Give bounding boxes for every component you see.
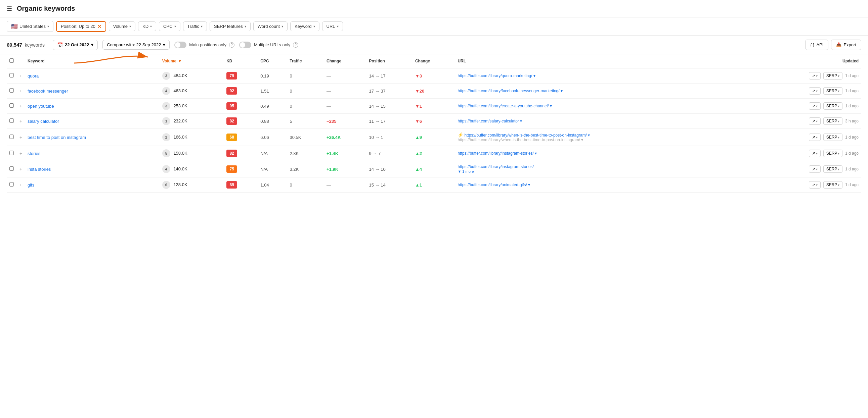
url-filter[interactable]: URL ▾ xyxy=(322,22,343,31)
updated-header[interactable]: Updated xyxy=(745,54,861,68)
traffic-cell: 2.8K xyxy=(287,146,324,161)
keyword-link[interactable]: best time to post on instagram xyxy=(28,135,86,140)
url-header[interactable]: URL xyxy=(455,54,745,68)
url-link[interactable]: https://buffer.com/library/animated-gifs… xyxy=(458,182,530,187)
serp-button[interactable]: SERP ▾ xyxy=(823,102,843,110)
wordcount-filter[interactable]: Word count ▾ xyxy=(253,22,287,31)
url-link[interactable]: https://buffer.com/library/instagram-sto… xyxy=(458,151,537,156)
serp-button[interactable]: SERP ▾ xyxy=(823,181,843,188)
keyword-link[interactable]: open youtube xyxy=(28,104,54,109)
volume-cell: 4 463.0K xyxy=(160,83,224,99)
cpc-cell: N/A xyxy=(258,161,287,177)
serp-button[interactable]: SERP ▾ xyxy=(823,150,843,157)
row-checkbox[interactable] xyxy=(9,151,14,155)
row-checkbox-cell[interactable] xyxy=(7,177,17,193)
row-expand[interactable]: + xyxy=(17,114,25,129)
close-icon[interactable]: ✕ xyxy=(97,24,101,29)
cpc-filter[interactable]: CPC ▾ xyxy=(159,22,180,31)
url-cell: https://buffer.com/library/quora-marketi… xyxy=(455,68,745,83)
change-header[interactable]: Change xyxy=(324,54,366,68)
keyword-link[interactable]: insta stories xyxy=(28,167,51,172)
trend-button[interactable]: ↗ ▾ xyxy=(809,117,820,125)
row-checkbox[interactable] xyxy=(9,103,14,108)
multiple-urls-help-icon[interactable]: ? xyxy=(293,42,298,48)
keyword-link[interactable]: quora xyxy=(28,73,39,78)
cpc-header[interactable]: CPC xyxy=(258,54,287,68)
multiple-urls-toggle[interactable] xyxy=(239,42,251,48)
row-expand[interactable]: + xyxy=(17,68,25,83)
compare-button[interactable]: Compare with: 22 Sep 2022 ▾ xyxy=(102,40,169,50)
volume-cell: 2 166.0K xyxy=(160,129,224,146)
traffic-filter[interactable]: Traffic ▾ xyxy=(183,22,207,31)
serp-button[interactable]: SERP ▾ xyxy=(823,72,843,79)
trend-button[interactable]: ↗ ▾ xyxy=(809,102,820,110)
url-link[interactable]: https://buffer.com/salary-calculator ▾ xyxy=(458,119,522,124)
kd-cell: 89 xyxy=(224,177,258,193)
serp-button[interactable]: SERP ▾ xyxy=(823,134,843,141)
trend-icon: ↗ xyxy=(812,73,815,78)
country-filter[interactable]: 🇺🇸 United States ▾ xyxy=(7,21,54,32)
serp-button[interactable]: SERP ▾ xyxy=(823,87,843,95)
volume-header[interactable]: Volume ▾ xyxy=(160,54,224,68)
row-checkbox-cell[interactable] xyxy=(7,68,17,83)
date-picker[interactable]: 📅 22 Oct 2022 ▾ xyxy=(53,40,98,50)
keyword-link[interactable]: stories xyxy=(28,151,40,156)
row-checkbox-cell[interactable] xyxy=(7,83,17,99)
url-link[interactable]: https://buffer.com/library/create-a-yout… xyxy=(458,104,552,108)
serp-filter[interactable]: SERP features ▾ xyxy=(210,22,251,31)
traffic-header[interactable]: Traffic xyxy=(287,54,324,68)
trend-button[interactable]: ↗ ▾ xyxy=(809,181,820,188)
trend-button[interactable]: ↗ ▾ xyxy=(809,165,820,173)
row-expand[interactable]: + xyxy=(17,129,25,146)
select-all-checkbox[interactable] xyxy=(9,58,14,63)
url-link-2[interactable]: https://buffer.com/library/when-is-the-b… xyxy=(458,138,583,142)
row-expand[interactable]: + xyxy=(17,161,25,177)
keyword-filter[interactable]: Keyword ▾ xyxy=(290,22,319,31)
row-checkbox-cell[interactable] xyxy=(7,129,17,146)
keyword-link[interactable]: facebook messenger xyxy=(28,89,68,94)
trend-button[interactable]: ↗ ▾ xyxy=(809,87,820,95)
url-link[interactable]: https://buffer.com/library/quora-marketi… xyxy=(458,73,535,78)
main-positions-help-icon[interactable]: ? xyxy=(229,42,235,48)
row-checkbox[interactable] xyxy=(9,88,14,93)
url-link[interactable]: https://buffer.com/library/when-is-the-b… xyxy=(464,133,590,138)
api-button[interactable]: { } API xyxy=(805,40,828,50)
kd-filter[interactable]: KD ▾ xyxy=(138,22,156,31)
updated-cell: ↗ ▾ SERP ▾ 1 d ago xyxy=(745,129,861,146)
serp-button[interactable]: SERP ▾ xyxy=(823,165,843,173)
hamburger-icon[interactable]: ☰ xyxy=(7,5,12,12)
url-link[interactable]: https://buffer.com/library/facebook-mess… xyxy=(458,89,563,93)
export-button[interactable]: 📥 Export xyxy=(831,40,861,50)
trend-button[interactable]: ↗ ▾ xyxy=(809,72,820,79)
trend-button[interactable]: ↗ ▾ xyxy=(809,134,820,141)
pos-change-header[interactable]: Change xyxy=(412,54,455,68)
url-more[interactable]: ▼ 1 more xyxy=(458,169,474,173)
keyword-link[interactable]: gifs xyxy=(28,182,34,187)
volume-filter[interactable]: Volume ▾ xyxy=(109,22,135,31)
keyword-link[interactable]: salary calculator xyxy=(28,119,59,124)
row-checkbox-cell[interactable] xyxy=(7,161,17,177)
serp-button[interactable]: SERP ▾ xyxy=(823,117,843,125)
trend-button[interactable]: ↗ ▾ xyxy=(809,150,820,157)
row-checkbox-cell[interactable] xyxy=(7,114,17,129)
row-checkbox[interactable] xyxy=(9,73,14,77)
kd-header[interactable]: KD xyxy=(224,54,258,68)
row-checkbox[interactable] xyxy=(9,182,14,186)
keyword-cell: open youtube xyxy=(25,99,160,114)
row-checkbox[interactable] xyxy=(9,118,14,123)
position-filter[interactable]: Position: Up to 20 ✕ xyxy=(56,21,106,32)
volume-arrow xyxy=(67,50,155,66)
row-checkbox-cell[interactable] xyxy=(7,99,17,114)
row-checkbox[interactable] xyxy=(9,135,14,139)
url-link[interactable]: https://buffer.com/library/instagram-sto… xyxy=(458,164,534,169)
row-expand[interactable]: + xyxy=(17,146,25,161)
multi-url-icon: ⚡ xyxy=(458,132,463,138)
row-checkbox-cell[interactable] xyxy=(7,146,17,161)
row-expand[interactable]: + xyxy=(17,83,25,99)
position-header[interactable]: Position xyxy=(367,54,412,68)
row-expand[interactable]: + xyxy=(17,99,25,114)
main-positions-toggle[interactable] xyxy=(174,42,186,48)
row-checkbox[interactable] xyxy=(9,166,14,171)
row-expand[interactable]: + xyxy=(17,177,25,193)
select-all-header[interactable] xyxy=(7,54,17,68)
